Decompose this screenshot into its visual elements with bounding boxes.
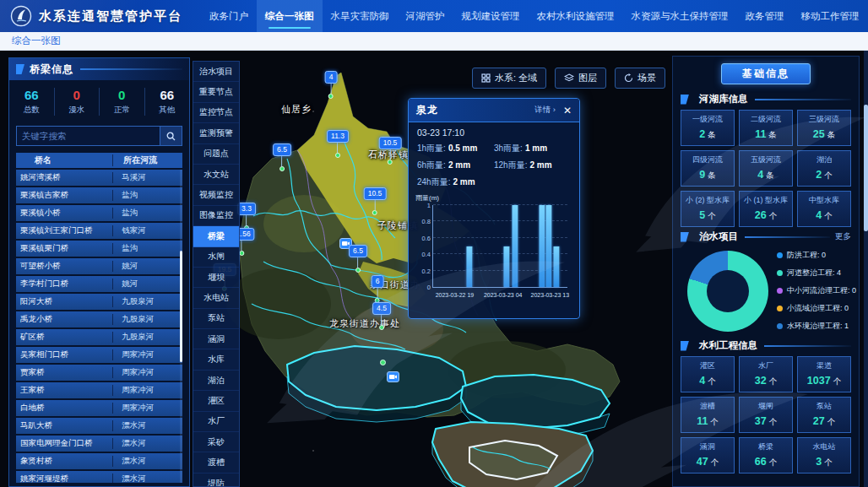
table-row[interactable]: 禹龙小桥九股泉河 bbox=[16, 311, 182, 327]
marker-stem bbox=[330, 84, 331, 94]
layer-menu-item[interactable]: 监测预警 bbox=[193, 123, 239, 143]
stat-card[interactable]: 二级河流11条 bbox=[739, 110, 793, 146]
metric-value: 0.5 mm bbox=[448, 143, 477, 153]
nav-item[interactable]: 规划建设管理 bbox=[453, 0, 529, 32]
table-row[interactable]: 贾家桥周家冲河 bbox=[16, 365, 182, 381]
layer-menu-item[interactable]: 问题点 bbox=[193, 144, 239, 165]
table-row[interactable]: 矿区桥九股泉河 bbox=[16, 329, 182, 345]
layer-menu-item[interactable]: 水厂 bbox=[193, 412, 239, 432]
layer-menu-item[interactable]: 桥梁 bbox=[193, 226, 239, 246]
stat-card[interactable]: 四级河流9条 bbox=[681, 150, 735, 187]
table-row[interactable]: 马趴大桥漂水河 bbox=[16, 418, 182, 434]
stat-card[interactable]: 灌区4个 bbox=[681, 356, 735, 392]
page-scrollbar[interactable] bbox=[864, 51, 868, 487]
stat-card[interactable]: 小 (1) 型水库26个 bbox=[739, 191, 793, 227]
map-marker[interactable]: 10.5 bbox=[379, 133, 402, 165]
search-input[interactable] bbox=[17, 127, 160, 145]
stat-label: 总数 bbox=[9, 105, 54, 116]
layer-menu-item[interactable]: 堤防 bbox=[193, 473, 239, 487]
stat-card[interactable]: 桥梁66个 bbox=[739, 437, 793, 473]
layer-menu-item[interactable]: 湖泊 bbox=[193, 371, 239, 391]
layer-menu-item[interactable]: 涵洞 bbox=[193, 329, 239, 349]
map-marker[interactable]: 6.5 bbox=[349, 241, 367, 273]
stat-card[interactable]: 一级河流2条 bbox=[681, 110, 735, 146]
marker-dot bbox=[355, 268, 361, 273]
basic-info-button[interactable]: 基础信息 bbox=[721, 63, 811, 84]
stat-card[interactable]: 五级河流4条 bbox=[739, 150, 793, 187]
layer-menu-item[interactable]: 堰坝 bbox=[193, 268, 239, 288]
layer-menu-item[interactable]: 灌区 bbox=[193, 391, 239, 411]
river-name-cell: 盐沟 bbox=[112, 243, 182, 254]
table-row[interactable]: 栗溪镇栗门桥盐沟 bbox=[16, 241, 182, 257]
table-row[interactable]: 国家电网理金门口桥漂水河 bbox=[16, 436, 182, 452]
layer-menu-item[interactable]: 水电站 bbox=[193, 288, 239, 308]
table-row[interactable]: 栗溪镇吉家桥盐沟 bbox=[16, 187, 182, 203]
search-button[interactable] bbox=[160, 127, 182, 145]
table-row[interactable]: 王家桥周家冲河 bbox=[16, 382, 182, 398]
layer-menu-item[interactable]: 泵站 bbox=[193, 309, 239, 329]
bridge-stats: 66总数0漫水0正常66其他 bbox=[9, 80, 189, 124]
legend-dot bbox=[777, 323, 783, 329]
table-row[interactable]: 姚河湾溪桥马溪河 bbox=[16, 170, 182, 186]
breadcrumb[interactable]: 综合一张图 bbox=[12, 35, 61, 47]
layer-menu-item[interactable]: 水闸 bbox=[193, 247, 239, 268]
stat-card[interactable]: 水电站3个 bbox=[797, 437, 851, 473]
nav-item[interactable]: 河湖管护 bbox=[398, 0, 453, 32]
table-row[interactable]: 吴家相门口桥周家冲河 bbox=[16, 347, 182, 363]
stat-card[interactable]: 三级河流25条 bbox=[797, 110, 851, 146]
scrollbar-thumb[interactable] bbox=[180, 251, 182, 362]
layer-menu-item[interactable]: 监控节点 bbox=[193, 103, 239, 123]
stat-card[interactable]: 泵站27个 bbox=[797, 397, 851, 433]
layer-menu-item[interactable]: 渡槽 bbox=[193, 452, 239, 473]
table-row[interactable]: 白地桥周家冲河 bbox=[16, 400, 182, 416]
nav-item[interactable]: 政务门户 bbox=[201, 0, 257, 32]
table-row[interactable]: 栗溪镇小桥盐沟 bbox=[16, 205, 182, 221]
stat-card[interactable]: 渠道1037个 bbox=[797, 356, 851, 392]
metric-label: 24h雨量: bbox=[417, 177, 450, 187]
layer-menu-item[interactable]: 视频监控 bbox=[193, 185, 239, 205]
layer-menu-item[interactable]: 水库 bbox=[193, 349, 239, 370]
nav-item[interactable]: 政务管理 bbox=[737, 0, 793, 32]
more-link[interactable]: 更多 bbox=[835, 231, 851, 242]
table-row[interactable]: 可望桥小桥姚河 bbox=[16, 258, 182, 274]
map-marker[interactable]: 4.5 bbox=[372, 299, 391, 330]
table-row[interactable]: 象贤村桥漂水河 bbox=[16, 453, 182, 469]
nav-item[interactable]: 水旱灾害防御 bbox=[323, 0, 398, 32]
stat-card[interactable]: 湖泊2个 bbox=[797, 150, 851, 187]
scene-button[interactable]: 场景 bbox=[615, 68, 665, 89]
nav-item[interactable]: 水资源与水土保持管理 bbox=[623, 0, 737, 32]
stat-card[interactable]: 中型水库4个 bbox=[797, 191, 851, 227]
map-marker[interactable]: 10.5 bbox=[364, 184, 387, 215]
close-icon[interactable]: ✕ bbox=[563, 106, 572, 116]
map-marker[interactable]: 4 bbox=[325, 68, 338, 99]
card-value: 11条 bbox=[741, 128, 790, 141]
layer-menu-item[interactable]: 图像监控 bbox=[193, 206, 239, 226]
stat-card[interactable]: 涵洞47个 bbox=[681, 437, 735, 473]
marker-dot bbox=[279, 166, 285, 171]
camera-icon[interactable] bbox=[387, 371, 399, 382]
map-pin-icon[interactable] bbox=[380, 360, 386, 365]
map-marker[interactable]: 11.3 bbox=[327, 127, 349, 158]
map-marker[interactable]: 6.5 bbox=[273, 140, 291, 171]
layer-menu-item[interactable]: 采砂 bbox=[193, 432, 239, 452]
page-scrollbar-thumb[interactable] bbox=[864, 105, 868, 231]
nav-item[interactable]: 农村水利设施管理 bbox=[529, 0, 623, 32]
table-row[interactable]: 栗溪镇刘王家门口桥钱家河 bbox=[16, 223, 182, 239]
table-row[interactable]: 李学村门口桥姚河 bbox=[16, 276, 182, 292]
stat-card[interactable]: 渡槽11个 bbox=[681, 397, 735, 433]
layer-menu-item[interactable]: 重要节点 bbox=[193, 82, 239, 102]
card-label: 涵洞 bbox=[683, 441, 732, 452]
scrollbar[interactable] bbox=[180, 170, 182, 483]
table-row[interactable]: 姚家河堰堤桥漂水河 bbox=[16, 471, 182, 483]
popup-detail-link[interactable]: 详情 › bbox=[534, 105, 556, 116]
water-system-selector[interactable]: 水系: 全域 bbox=[472, 68, 546, 89]
nav-item[interactable]: 综合一张图 bbox=[257, 0, 323, 32]
stat-card[interactable]: 水厂32个 bbox=[739, 356, 793, 392]
layer-menu-item[interactable]: 治水项目 bbox=[193, 62, 239, 82]
layers-button[interactable]: 图层 bbox=[555, 68, 606, 89]
layer-menu-item[interactable]: 水文站 bbox=[193, 165, 239, 185]
stat-card[interactable]: 堰闸37个 bbox=[739, 397, 793, 433]
nav-item[interactable]: 移动工作管理 bbox=[793, 0, 868, 32]
stat-card[interactable]: 小 (2) 型水库5个 bbox=[681, 191, 735, 227]
table-row[interactable]: 阳河大桥九股泉河 bbox=[16, 294, 182, 310]
